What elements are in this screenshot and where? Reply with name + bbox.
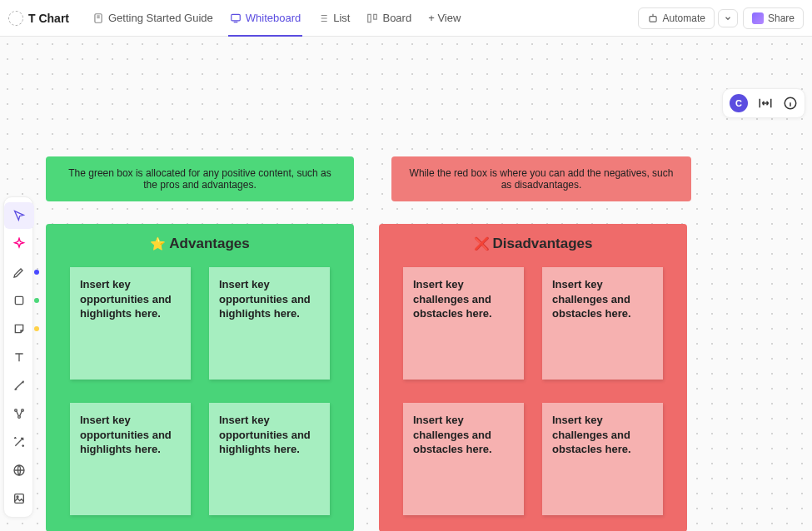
note-text: Insert key opportunities and highlights … bbox=[219, 278, 311, 320]
connector-tool[interactable] bbox=[4, 372, 34, 399]
image-tool[interactable] bbox=[4, 485, 34, 512]
info-icon[interactable] bbox=[783, 96, 798, 111]
advantages-heading: ⭐Advantages bbox=[46, 236, 354, 252]
sticky-note-tool[interactable] bbox=[4, 315, 34, 342]
svg-rect-5 bbox=[15, 296, 22, 304]
tab-whiteboard[interactable]: Whiteboard bbox=[222, 0, 309, 37]
note-text: Insert key opportunities and highlights … bbox=[80, 414, 172, 455]
sticky-note[interactable]: Insert key challenges and obstacles here… bbox=[542, 267, 663, 380]
magic-icon bbox=[12, 435, 26, 449]
sticky-note[interactable]: Insert key opportunities and highlights … bbox=[70, 403, 191, 515]
board-icon bbox=[366, 12, 378, 24]
svg-rect-10 bbox=[15, 494, 24, 504]
banner-positive-text: The green box is allocated for any posit… bbox=[61, 167, 339, 191]
tab-label: Board bbox=[382, 12, 411, 24]
whiteboard-icon bbox=[230, 12, 242, 24]
pen-tool[interactable] bbox=[4, 259, 34, 285]
sticky-note[interactable]: Insert key opportunities and highlights … bbox=[70, 267, 191, 380]
select-tool[interactable] bbox=[4, 202, 34, 229]
cross-icon: ❌ bbox=[474, 236, 490, 251]
banner-negative-text: While the red box is where you can add t… bbox=[406, 167, 676, 191]
tab-label: List bbox=[333, 12, 350, 24]
note-text: Insert key challenges and obstacles here… bbox=[413, 278, 492, 320]
advantages-notes-grid: Insert key opportunities and highlights … bbox=[46, 267, 354, 515]
link-nodes-icon bbox=[12, 407, 26, 420]
svg-rect-2 bbox=[368, 14, 371, 22]
sticky-note[interactable]: Insert key opportunities and highlights … bbox=[209, 267, 330, 380]
whiteboard-canvas[interactable]: C The green box is allocated for any pos… bbox=[0, 37, 812, 531]
automate-label: Automate bbox=[663, 12, 705, 24]
page-title: T Chart bbox=[28, 12, 69, 25]
svg-point-11 bbox=[17, 496, 18, 498]
image-icon bbox=[12, 492, 26, 505]
avatar-initial: C bbox=[735, 98, 742, 108]
note-text: Insert key opportunities and highlights … bbox=[219, 414, 311, 455]
share-label: Share bbox=[768, 12, 795, 24]
cursor-icon bbox=[12, 209, 26, 222]
color-dot-yellow bbox=[34, 326, 39, 331]
embed-tool[interactable] bbox=[4, 457, 34, 484]
disadvantages-title-text: Disadvantages bbox=[493, 236, 593, 251]
add-view-label: + View bbox=[428, 12, 461, 24]
svg-rect-1 bbox=[232, 14, 241, 21]
sticky-note[interactable]: Insert key opportunities and highlights … bbox=[209, 403, 330, 515]
presence-avatar[interactable]: C bbox=[730, 94, 748, 112]
doc-logo-icon bbox=[8, 11, 23, 26]
title-wrap: T Chart bbox=[8, 11, 69, 26]
disadvantages-notes-grid: Insert key challenges and obstacles here… bbox=[379, 267, 687, 515]
tab-list[interactable]: List bbox=[309, 0, 358, 37]
ai-tool[interactable] bbox=[4, 429, 34, 455]
disadvantages-heading: ❌Disadvantages bbox=[379, 236, 687, 252]
list-icon bbox=[317, 12, 329, 24]
doc-icon bbox=[92, 12, 104, 24]
advantages-panel[interactable]: ⭐Advantages Insert key opportunities and… bbox=[46, 224, 354, 531]
note-text: Insert key challenges and obstacles here… bbox=[413, 414, 492, 455]
fit-width-icon[interactable] bbox=[758, 96, 773, 111]
sticky-note[interactable]: Insert key challenges and obstacles here… bbox=[542, 403, 663, 515]
svg-point-8 bbox=[18, 416, 21, 419]
sparkle-icon bbox=[12, 237, 26, 251]
square-icon bbox=[12, 294, 26, 307]
robot-icon bbox=[647, 12, 659, 24]
left-toolbar bbox=[3, 196, 33, 518]
svg-rect-4 bbox=[650, 16, 656, 21]
template-tool[interactable] bbox=[4, 231, 34, 257]
add-view-button[interactable]: + View bbox=[420, 0, 469, 37]
sticky-note[interactable]: Insert key challenges and obstacles here… bbox=[403, 403, 524, 515]
advantages-title-text: Advantages bbox=[169, 236, 249, 251]
share-icon bbox=[752, 12, 764, 24]
note-text: Insert key opportunities and highlights … bbox=[80, 278, 172, 320]
tab-board[interactable]: Board bbox=[358, 0, 420, 37]
text-icon bbox=[12, 350, 26, 364]
color-dot-green bbox=[34, 298, 39, 303]
tab-label: Getting Started Guide bbox=[108, 12, 213, 24]
automate-dropdown[interactable] bbox=[718, 9, 738, 27]
color-dot-blue bbox=[34, 270, 39, 275]
text-tool[interactable] bbox=[4, 344, 34, 370]
globe-icon bbox=[12, 464, 26, 477]
pen-icon bbox=[12, 266, 26, 279]
chevron-down-icon bbox=[724, 14, 732, 22]
svg-rect-3 bbox=[374, 14, 377, 19]
connector-icon bbox=[12, 379, 26, 392]
banner-negative[interactable]: While the red box is where you can add t… bbox=[391, 156, 691, 201]
note-text: Insert key challenges and obstacles here… bbox=[552, 278, 631, 320]
shape-tool[interactable] bbox=[4, 287, 34, 314]
app-header: T Chart Getting Started Guide Whiteboard… bbox=[0, 0, 812, 37]
presence-toolbar: C bbox=[722, 88, 805, 118]
share-button[interactable]: Share bbox=[743, 7, 804, 29]
tab-label: Whiteboard bbox=[246, 12, 301, 24]
sticky-note-icon bbox=[12, 322, 26, 335]
relation-tool[interactable] bbox=[4, 400, 34, 427]
tab-getting-started[interactable]: Getting Started Guide bbox=[84, 0, 222, 37]
star-icon: ⭐ bbox=[150, 236, 166, 251]
disadvantages-panel[interactable]: ❌Disadvantages Insert key challenges and… bbox=[379, 224, 687, 531]
banner-positive[interactable]: The green box is allocated for any posit… bbox=[46, 156, 354, 201]
sticky-note[interactable]: Insert key challenges and obstacles here… bbox=[403, 267, 524, 380]
automate-button[interactable]: Automate bbox=[638, 7, 715, 29]
note-text: Insert key challenges and obstacles here… bbox=[552, 414, 631, 455]
